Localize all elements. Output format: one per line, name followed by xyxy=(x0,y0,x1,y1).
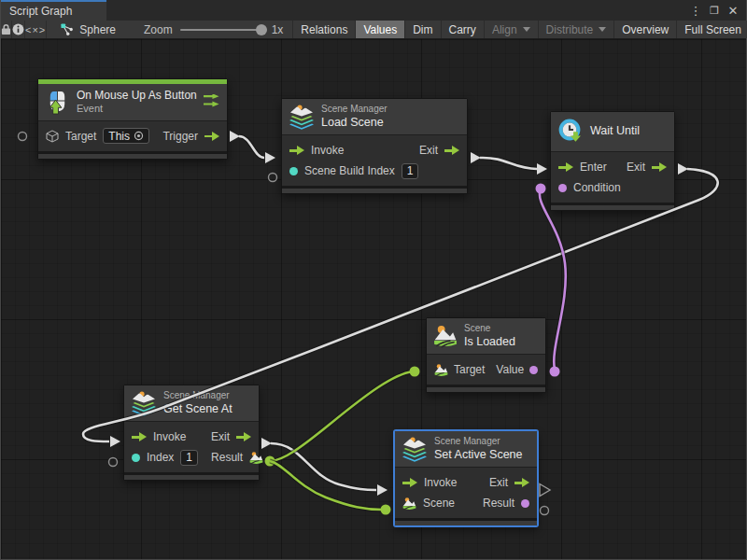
overview-button[interactable]: Overview xyxy=(613,21,676,38)
node-footer xyxy=(38,151,227,159)
enter-in-port[interactable] xyxy=(558,162,573,173)
condition-port[interactable] xyxy=(558,184,567,192)
condition-port-label: Condition xyxy=(573,181,621,194)
wire-load-exit-to-wait-enter[interactable] xyxy=(471,152,547,175)
exit-out-port[interactable] xyxy=(236,432,251,442)
result-port-label: Result xyxy=(483,497,514,510)
invoke-in-port[interactable] xyxy=(132,432,147,442)
coroutine-arrows-icon xyxy=(203,94,220,110)
trigger-out-port[interactable] xyxy=(204,131,219,141)
script-graph-icon xyxy=(60,22,74,36)
node-wait-until[interactable]: Wait Until Enter Exit Condition xyxy=(550,111,675,211)
node-kicker: Scene Manager xyxy=(434,436,523,448)
node-title: Is Loaded xyxy=(464,335,515,350)
invoke-port-label: Invoke xyxy=(311,144,344,157)
exit-out-port[interactable] xyxy=(652,162,667,173)
fullscreen-button[interactable]: Full Screen xyxy=(676,21,747,38)
invoke-in-port[interactable] xyxy=(289,146,304,156)
node-subtitle: Event xyxy=(77,103,190,116)
set-active-result-unconnected-port[interactable] xyxy=(541,507,549,515)
exit-out-port[interactable] xyxy=(444,146,459,156)
scene-manager-icon xyxy=(289,104,315,130)
exit-port-label: Exit xyxy=(419,144,438,157)
target-picker-icon[interactable] xyxy=(134,131,144,141)
target-value-box[interactable]: This xyxy=(103,128,149,144)
value-port-label: Value xyxy=(496,363,524,376)
scene-port-label: Scene xyxy=(423,497,455,510)
index-port-label: Index xyxy=(147,451,174,464)
node-kicker: Scene xyxy=(464,323,515,335)
zoom-slider-handle[interactable] xyxy=(256,24,267,35)
target-port-label: Target xyxy=(454,363,485,376)
get-scene-index-unconnected-port[interactable] xyxy=(109,458,118,467)
event-target-unconnected-port[interactable] xyxy=(19,133,27,141)
window-menu-icon[interactable]: ⋮ xyxy=(689,4,702,18)
lock-button[interactable] xyxy=(1,21,12,38)
close-icon[interactable]: ✕ xyxy=(726,4,740,18)
node-title: Get Scene At xyxy=(163,402,233,417)
scene-build-index-label: Scene Build Index xyxy=(304,164,395,177)
target-port-label: Target xyxy=(65,130,96,143)
load-scene-index-unconnected-port[interactable] xyxy=(269,174,277,182)
enter-port-label: Enter xyxy=(580,161,607,174)
align-dropdown[interactable]: Align xyxy=(484,21,538,38)
relations-button[interactable]: Relations xyxy=(292,21,355,38)
invoke-port-label: Invoke xyxy=(153,430,186,443)
scene-icon xyxy=(433,324,458,348)
zoom-control: Zoom 1x xyxy=(127,21,292,38)
scene-build-index-port[interactable] xyxy=(289,167,298,175)
dim-button[interactable]: Dim xyxy=(404,21,440,38)
exit-out-port[interactable] xyxy=(514,478,529,488)
graph-name: Sphere xyxy=(79,23,116,36)
graph-toolbar: <×> Sphere Zoom 1x Relations Values Dim … xyxy=(1,21,746,39)
node-on-mouse-up-as-button[interactable]: On Mouse Up As Button Event Target This xyxy=(37,78,228,160)
scene-build-index-value[interactable]: 1 xyxy=(402,163,419,179)
exit-port-label: Exit xyxy=(489,476,508,489)
set-active-exit-unconnected-port[interactable] xyxy=(540,484,550,497)
exit-port-label: Exit xyxy=(211,430,230,443)
values-button[interactable]: Values xyxy=(355,21,404,38)
node-is-loaded[interactable]: Scene Is Loaded Target Value xyxy=(426,317,546,393)
exit-port-label: Exit xyxy=(627,161,645,174)
scene-manager-icon xyxy=(402,436,428,462)
node-load-scene[interactable]: Scene Manager Load Scene Invoke Exit Sce… xyxy=(281,98,468,194)
node-title: Load Scene xyxy=(321,116,388,131)
zoom-label: Zoom xyxy=(144,23,173,36)
graph-reference[interactable]: Sphere xyxy=(47,21,127,38)
zoom-value: 1x xyxy=(272,23,284,36)
index-value-box[interactable]: 1 xyxy=(180,450,198,466)
code-view-button[interactable]: <×> xyxy=(25,21,47,38)
graph-canvas[interactable]: On Mouse Up As Button Event Target This xyxy=(1,39,746,559)
index-port[interactable] xyxy=(132,454,140,462)
invoke-port-label: Invoke xyxy=(424,476,457,489)
tab-script-graph[interactable]: Script Graph xyxy=(1,0,106,21)
lock-icon xyxy=(1,23,11,35)
title-bar: Script Graph ⋮ ❐ ✕ xyxy=(1,0,746,21)
node-footer xyxy=(551,203,674,210)
info-button[interactable] xyxy=(12,21,25,38)
invoke-in-port[interactable] xyxy=(402,478,417,488)
trigger-port-label: Trigger xyxy=(162,130,198,143)
node-title: Set Active Scene xyxy=(434,448,523,463)
mouse-up-icon xyxy=(45,90,70,115)
result-out-port[interactable] xyxy=(521,499,529,508)
maximize-icon[interactable]: ❐ xyxy=(708,5,721,17)
node-set-active-scene[interactable]: Scene Manager Set Active Scene Invoke Ex… xyxy=(394,430,538,526)
node-footer xyxy=(395,518,537,525)
wire-get-scene-exit-to-set-active-invoke[interactable] xyxy=(261,438,388,496)
wire-result-to-set-active-scene[interactable] xyxy=(270,461,391,515)
node-get-scene-at[interactable]: Scene Manager Get Scene At Invoke Exit I… xyxy=(123,385,260,481)
carry-button[interactable]: Carry xyxy=(441,21,484,38)
node-kicker: Scene Manager xyxy=(321,104,388,116)
code-icon: <×> xyxy=(25,24,46,35)
value-out-port[interactable] xyxy=(529,366,538,374)
scene-port-icon[interactable] xyxy=(402,497,416,511)
node-title: Wait Until xyxy=(590,124,640,139)
node-title: On Mouse Up As Button xyxy=(77,89,190,103)
zoom-slider[interactable] xyxy=(180,29,264,31)
wire-trigger-to-load-invoke[interactable] xyxy=(230,131,275,163)
result-scene-port-icon[interactable] xyxy=(249,451,263,465)
distribute-dropdown[interactable]: Distribute xyxy=(538,21,614,38)
node-kicker: Scene Manager xyxy=(163,390,233,402)
scene-port-icon[interactable] xyxy=(434,363,448,377)
